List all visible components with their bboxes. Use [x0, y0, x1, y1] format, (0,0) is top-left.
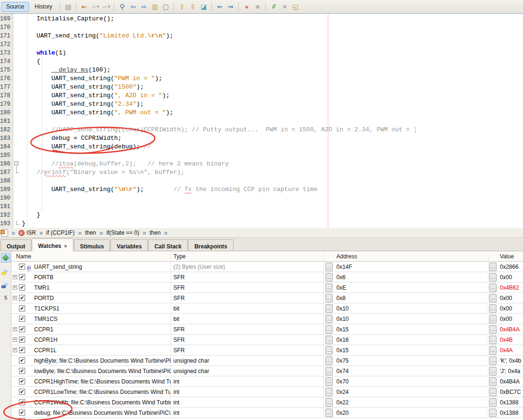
value-ellipsis-button[interactable]: …	[489, 304, 496, 313]
fold-collapse-icon[interactable]: −	[14, 161, 18, 165]
line-number[interactable]: 187	[0, 168, 13, 177]
code-text[interactable]: }	[13, 219, 26, 228]
expand-icon[interactable]: +	[13, 296, 17, 300]
value-ellipsis-button[interactable]: …	[489, 336, 496, 344]
watch-checkbox[interactable]: ✔	[19, 389, 25, 395]
tab-variables[interactable]: Variables	[110, 239, 148, 251]
rectangular-selection-icon[interactable]: ▢	[161, 2, 171, 12]
address-ellipsis-button[interactable]: …	[325, 294, 333, 302]
watch-value[interactable]: 0x00	[500, 305, 512, 312]
line-number[interactable]: 180	[0, 109, 13, 117]
line-number[interactable]: 171	[0, 32, 13, 40]
watch-value[interactable]: 'K'; 0x4b	[500, 357, 521, 364]
column-header-address[interactable]: Address	[336, 253, 357, 260]
line-number[interactable]: 176	[0, 74, 13, 83]
watch-checkbox[interactable]: ✔	[19, 274, 25, 280]
code-text[interactable]: UART_send_string("1500");	[13, 83, 144, 91]
new-watch-from-dialog-button[interactable]	[1, 266, 10, 276]
watch-row[interactable]: +✔CCPR1SFR…0x15…0x4B4A	[11, 324, 523, 335]
line-number[interactable]: 184	[0, 143, 13, 151]
breadcrumb-item[interactable]: FISR	[18, 229, 36, 236]
code-text[interactable]: __delay_ms(100);	[13, 66, 110, 74]
code-text[interactable]: //printf("Binary value = %s\n", buffer);	[13, 168, 184, 177]
line-number[interactable]: 174	[0, 57, 13, 66]
value-ellipsis-button[interactable]: …	[489, 263, 496, 271]
line-number[interactable]: 182	[0, 126, 13, 134]
code-text[interactable]: UART_send_string(debug); //	[13, 143, 151, 151]
dropdown-caret-icon[interactable]: ▾	[108, 5, 110, 9]
dropdown-caret-icon[interactable]: ▾	[97, 5, 99, 9]
code-text[interactable]: UART_send_string("2.34");	[13, 100, 144, 109]
back-icon[interactable]: ⇦▾	[90, 2, 100, 12]
breadcrumb-item[interactable]: if (CCP1IF)	[46, 229, 75, 236]
tab-call-stack[interactable]: Call Stack	[148, 239, 188, 251]
line-number[interactable]: 183	[0, 134, 13, 143]
watch-checkbox[interactable]: ✔	[19, 347, 25, 353]
watch-value[interactable]: 0x4B4A	[500, 378, 520, 385]
value-ellipsis-button[interactable]: …	[489, 325, 496, 334]
address-ellipsis-button[interactable]: …	[325, 263, 333, 271]
code-text[interactable]: UART_send_string("Limited Ltd.\r\n");	[13, 32, 173, 40]
watch-checkbox[interactable]: ✔	[19, 378, 25, 384]
code-text[interactable]: }	[13, 211, 40, 219]
source-tab-button[interactable]: Source	[1, 2, 29, 12]
line-number[interactable]: 170	[0, 23, 13, 32]
breadcrumb-item[interactable]: then	[85, 229, 96, 236]
line-number[interactable]: 191	[0, 202, 13, 211]
watch-value[interactable]: 0xBC7C	[500, 389, 521, 395]
value-ellipsis-button[interactable]: …	[489, 346, 496, 355]
shift-left-icon[interactable]: ⇐	[215, 2, 225, 12]
breadcrumb-item[interactable]: then	[150, 229, 161, 236]
watch-checkbox[interactable]: ✔	[19, 368, 25, 374]
watch-value[interactable]: 0x1388	[500, 410, 518, 416]
tab-stimulus[interactable]: Stimulus	[74, 239, 110, 251]
print-icon[interactable]: ▤	[63, 2, 73, 12]
history-tab-button[interactable]: History	[30, 2, 57, 12]
watch-checkbox[interactable]: ✔	[19, 264, 25, 270]
jump-last-edit-icon[interactable]: ⇤	[79, 2, 89, 12]
watch-row[interactable]: +✔CCPR1HSFR…0x16…0x4B	[11, 335, 523, 345]
address-ellipsis-button[interactable]: …	[325, 367, 333, 375]
watch-value[interactable]: 0x00	[500, 295, 512, 301]
watch-row[interactable]: ✔CCPR1Width; file:C:\Business Documents …	[11, 397, 523, 408]
code-text[interactable]: UART_send_string("PWM in = ");	[13, 74, 162, 83]
expand-icon[interactable]: +	[13, 327, 17, 331]
forward-icon[interactable]: ⇨▾	[101, 2, 111, 12]
watch-row[interactable]: ✔debug; file:C:\Business Documents Wind …	[11, 408, 523, 418]
toggle-bookmark-icon[interactable]: ◪	[198, 2, 208, 12]
tab-breakpoints[interactable]: Breakpoints	[188, 239, 233, 251]
code-text[interactable]: UART_send_string("\n\r"); // Tx the inco…	[13, 185, 317, 194]
tab-close-icon[interactable]: ×	[64, 244, 67, 248]
tab-watches[interactable]: Watches×	[32, 238, 73, 251]
address-ellipsis-button[interactable]: …	[325, 325, 333, 334]
watch-checkbox[interactable]: ✔	[19, 284, 25, 291]
line-number[interactable]: 169	[0, 15, 13, 23]
watch-value[interactable]: 0x00	[500, 274, 512, 281]
breadcrumb-item[interactable]: if(State == 0)	[107, 229, 139, 236]
address-ellipsis-button[interactable]: …	[325, 346, 333, 355]
line-number[interactable]: 172	[0, 40, 13, 49]
record-macro-icon[interactable]: ●	[242, 2, 252, 12]
line-number[interactable]: 179	[0, 100, 13, 109]
code-text[interactable]	[13, 194, 22, 202]
code-text[interactable]	[13, 151, 22, 160]
comment-icon[interactable]: //	[269, 2, 279, 12]
watch-checkbox[interactable]: ✔	[19, 399, 25, 405]
code-text[interactable]	[13, 23, 22, 32]
line-number[interactable]: 175	[0, 66, 13, 74]
watch-row[interactable]: ✔highByte; file:C:\Business Documents Wi…	[11, 356, 523, 366]
line-number[interactable]: 186	[0, 160, 13, 168]
watch-row[interactable]: +✔PORTBSFR…0x6…0x00	[11, 272, 523, 283]
toggle-highlight-icon[interactable]: ▥	[150, 2, 160, 12]
next-bookmark-icon[interactable]: ⇩	[188, 2, 198, 12]
value-ellipsis-button[interactable]: …	[489, 409, 496, 417]
expand-icon[interactable]: +	[13, 275, 17, 279]
code-text[interactable]: {	[13, 57, 40, 66]
find-selection-icon[interactable]: ⚲	[117, 2, 127, 12]
find-next-icon[interactable]: ⇨	[139, 2, 149, 12]
watch-row[interactable]: ✔TMR1CSbit…0x10…0x00	[11, 314, 523, 324]
watch-row[interactable]: ✔T1CKPS1bit…0x10…0x00	[11, 303, 523, 314]
code-text[interactable]: //UART_send_string((char)CCPR1Width); //…	[13, 126, 417, 134]
address-ellipsis-button[interactable]: …	[325, 273, 333, 282]
watch-value[interactable]: 0x00	[500, 316, 512, 322]
